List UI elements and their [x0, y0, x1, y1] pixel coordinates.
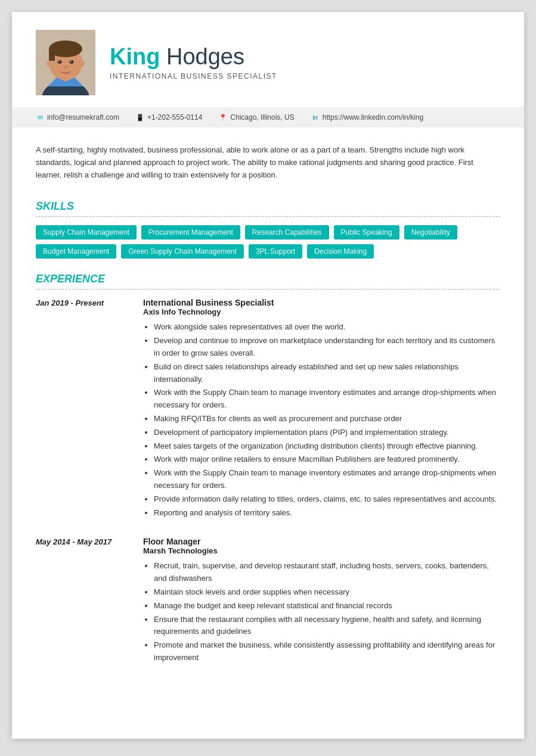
experience-bullet: Work alongside sales representatives all… [154, 321, 500, 334]
experience-company: Marsh Technologies [143, 546, 500, 555]
experience-bullet: Manage the budget and keep relevant stat… [154, 600, 500, 612]
skill-tag: Procurement Management [141, 225, 240, 239]
svg-point-7 [70, 60, 74, 64]
full-name: King Hodges [110, 45, 277, 70]
skill-tag: Supply Chain Management [36, 225, 137, 239]
experience-container: Jan 2019 - PresentInternational Business… [36, 298, 500, 665]
skills-section: SKILLS Supply Chain ManagementProcuremen… [12, 200, 524, 259]
contact-bar: ✉ info@resumekraft.com 📱 +1-202-555-0114… [12, 107, 524, 127]
experience-bullet: Promote and market the business, while c… [154, 639, 500, 664]
skill-tag: Budget Management [36, 244, 116, 259]
skills-title: SKILLS [36, 200, 500, 213]
experience-title: EXPERIENCE [36, 273, 500, 285]
experience-bullets: Work alongside sales representatives all… [143, 321, 500, 519]
last-name: Hodges [160, 44, 244, 69]
phone-icon: 📱 [136, 113, 144, 122]
summary-section: A self-starting, highly motivated, busin… [12, 127, 524, 191]
svg-point-12 [80, 61, 85, 67]
experience-bullet: Build on direct sales relationships alre… [154, 361, 500, 386]
skill-tag: 3PL Support [249, 244, 302, 259]
contact-linkedin: in https://www.linkedin.com/in/king [311, 113, 423, 122]
email-text: info@resumekraft.com [47, 113, 119, 122]
linkedin-text: https://www.linkedin.com/in/king [323, 113, 423, 122]
experience-bullet: Making RFQ/ITBs for clients as well as p… [154, 413, 500, 425]
experience-role: Floor Manager [143, 537, 500, 546]
experience-company: Axis Info Technology [143, 307, 500, 316]
skill-tag: Public Speaking [334, 225, 399, 239]
summary-text: A self-starting, highly motivated, busin… [36, 144, 500, 181]
experience-bullet: Ensure that the restaurant complies with… [154, 614, 500, 639]
email-icon: ✉ [36, 113, 44, 122]
svg-point-6 [58, 60, 62, 64]
resume-container: King Hodges INTERNATIONAL BUSINESS SPECI… [12, 12, 524, 739]
linkedin-icon: in [311, 113, 320, 122]
experience-section: EXPERIENCE Jan 2019 - PresentInternation… [12, 273, 524, 665]
svg-point-9 [70, 61, 72, 62]
contact-location: 📍 Chicago, Illinois, US [219, 113, 294, 122]
skills-container: Supply Chain ManagementProcurement Manag… [36, 225, 500, 259]
experience-bullet: Reporting and analysis of territory sale… [154, 507, 500, 519]
experience-entry: Jan 2019 - PresentInternational Business… [36, 298, 500, 520]
skills-divider [36, 216, 500, 217]
location-icon: 📍 [219, 113, 227, 122]
experience-bullet: Maintain stock levels and order supplies… [154, 586, 500, 599]
name-title-block: King Hodges INTERNATIONAL BUSINESS SPECI… [110, 45, 277, 80]
location-text: Chicago, Illinois, US [230, 113, 294, 122]
contact-phone: 📱 +1-202-555-0114 [136, 113, 202, 122]
experience-bullet: Work with major online retailers to ensu… [154, 453, 500, 466]
job-title: INTERNATIONAL BUSINESS SPECIALIST [110, 72, 277, 80]
svg-point-10 [64, 67, 67, 69]
experience-bullet: Provide information daily relating to ti… [154, 493, 500, 506]
experience-bullet: Development of participatory implementat… [154, 427, 500, 439]
experience-content: International Business SpecialistAxis In… [143, 298, 500, 520]
skill-tag: Decision Making [307, 244, 374, 259]
skill-tag: Green Supply Chain Management [121, 244, 243, 259]
svg-point-8 [58, 61, 60, 62]
experience-bullet: Work with the Supply Chain team to manag… [154, 387, 500, 412]
experience-bullet: Develop and continue to improve on marke… [154, 335, 500, 360]
avatar [36, 30, 95, 95]
phone-text: +1-202-555-0114 [147, 113, 202, 122]
svg-rect-5 [49, 49, 55, 61]
svg-point-11 [47, 61, 51, 67]
experience-bullet: Meet sales targets of the organization (… [154, 440, 500, 453]
experience-bullet: Recruit, train, supervise, and develop r… [154, 560, 500, 585]
experience-entry: May 2014 - May 2017Floor ManagerMarsh Te… [36, 537, 500, 665]
header-section: King Hodges INTERNATIONAL BUSINESS SPECI… [12, 12, 524, 107]
skill-tag: Negotiability [404, 225, 457, 239]
first-name: King [110, 44, 160, 69]
experience-bullet: Work with the Supply Chain team to manag… [154, 467, 500, 492]
experience-divider [36, 289, 500, 290]
experience-role: International Business Specialist [143, 298, 500, 307]
skill-tag: Research Capabilities [245, 225, 329, 239]
experience-date: Jan 2019 - Present [36, 298, 131, 520]
contact-email: ✉ info@resumekraft.com [36, 113, 119, 122]
experience-date: May 2014 - May 2017 [36, 537, 131, 665]
experience-bullets: Recruit, train, supervise, and develop r… [143, 560, 500, 664]
experience-content: Floor ManagerMarsh TechnologiesRecruit, … [143, 537, 500, 665]
